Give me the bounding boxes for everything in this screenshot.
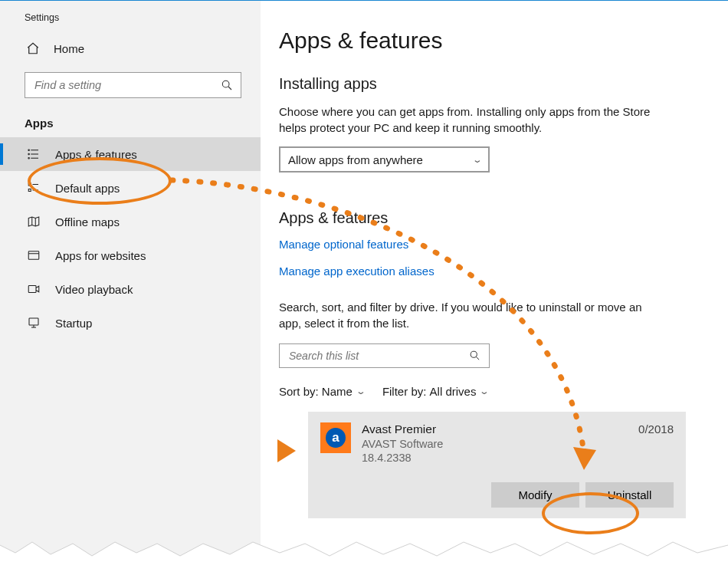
chevron-down-icon: ⌄	[356, 386, 366, 396]
window-title: Settings	[0, 1, 261, 31]
sidebar-item-offline-maps[interactable]: Offline maps	[0, 205, 261, 238]
link-execution-aliases[interactable]: Manage app execution aliases	[279, 260, 686, 287]
sort-filter-row: Sort by: Name ⌄ Filter by: All drives ⌄	[279, 385, 686, 398]
filter-label: Filter by:	[382, 385, 427, 398]
app-publisher: AVAST Software	[362, 438, 628, 450]
sidebar-item-label: Video playback	[55, 283, 133, 296]
svg-line-1	[228, 87, 231, 90]
map-icon	[26, 215, 41, 228]
dropdown-value: Allow apps from anywhere	[288, 153, 423, 166]
chevron-down-icon: ⌄	[472, 155, 483, 165]
svg-rect-8	[28, 183, 31, 186]
sidebar-item-label: Apps & features	[55, 148, 137, 161]
home-icon	[26, 41, 40, 55]
sort-dropdown[interactable]: Name ⌄	[322, 385, 364, 398]
sidebar-item-default-apps[interactable]: Default apps	[0, 171, 261, 205]
svg-line-21	[476, 357, 479, 360]
app-search-input[interactable]	[287, 349, 469, 363]
svg-rect-14	[28, 251, 39, 260]
apps-heading: Apps & features	[279, 209, 686, 227]
app-date: 0/2018	[638, 422, 674, 435]
filter-dropdown[interactable]: All drives ⌄	[430, 385, 488, 398]
search-icon	[469, 350, 481, 362]
app-entry[interactable]: a Avast Premier AVAST Software 18.4.2338…	[308, 412, 686, 518]
svg-rect-10	[28, 189, 31, 192]
svg-point-7	[28, 158, 30, 159]
video-icon	[26, 282, 41, 296]
search-desc: Search, sort, and filter by drive. If yo…	[279, 299, 662, 331]
svg-point-0	[222, 81, 229, 87]
svg-point-6	[28, 153, 30, 155]
sidebar-item-startup[interactable]: Startup	[0, 306, 261, 340]
app-name: Avast Premier	[362, 422, 628, 436]
sidebar-item-label: Offline maps	[55, 215, 120, 228]
search-icon	[221, 79, 233, 91]
install-source-dropdown[interactable]: Allow apps from anywhere ⌄	[279, 146, 490, 173]
app-search-box[interactable]	[279, 343, 490, 368]
sort-label: Sort by:	[279, 385, 319, 398]
sidebar-item-label: Apps for websites	[55, 249, 146, 262]
installing-desc: Choose where you can get apps from. Inst…	[279, 104, 662, 136]
sidebar-search[interactable]	[25, 72, 241, 98]
svg-rect-16	[28, 286, 36, 293]
modify-button[interactable]: Modify	[491, 482, 579, 508]
main-panel: Apps & features Installing apps Choose w…	[261, 1, 728, 562]
sidebar-item-apps-features[interactable]: Apps & features	[0, 137, 261, 171]
link-optional-features[interactable]: Manage optional features	[279, 238, 686, 260]
installing-heading: Installing apps	[279, 75, 686, 93]
list-icon	[26, 147, 41, 161]
app-icon: a	[320, 422, 351, 453]
sidebar-search-input[interactable]	[33, 78, 221, 92]
nav-home-label: Home	[54, 42, 84, 55]
sidebar: Settings Home Apps	[0, 1, 261, 562]
sidebar-item-apps-websites[interactable]: Apps for websites	[0, 238, 261, 272]
startup-icon	[26, 316, 41, 330]
settings-window: Settings Home Apps	[0, 0, 728, 562]
svg-rect-17	[29, 318, 38, 325]
sidebar-item-label: Startup	[55, 317, 92, 330]
uninstall-button[interactable]: Uninstall	[585, 482, 674, 508]
defaults-icon	[26, 181, 41, 195]
sidebar-section-label: Apps	[0, 112, 261, 137]
page-title: Apps & features	[279, 28, 686, 54]
chevron-down-icon: ⌄	[479, 386, 490, 396]
nav-home[interactable]: Home	[0, 31, 261, 66]
app-version: 18.4.2338	[362, 452, 628, 464]
websites-icon	[26, 248, 41, 262]
svg-point-20	[471, 351, 477, 357]
svg-point-5	[28, 150, 30, 151]
sidebar-item-label: Default apps	[55, 182, 120, 195]
sidebar-item-video-playback[interactable]: Video playback	[0, 272, 261, 306]
